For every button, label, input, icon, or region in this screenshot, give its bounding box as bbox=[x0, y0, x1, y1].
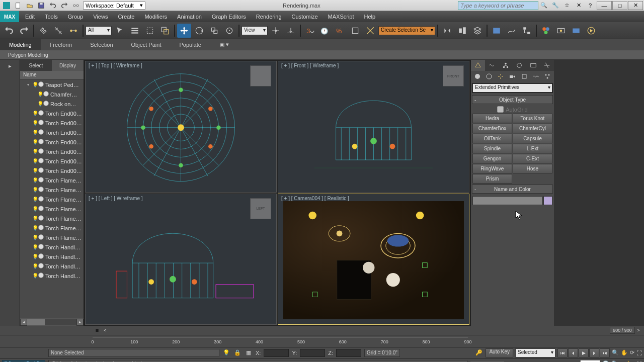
menu-group[interactable]: Group bbox=[63, 11, 89, 22]
curve-editor-button[interactable] bbox=[505, 24, 519, 38]
material-editor-button[interactable] bbox=[539, 24, 553, 38]
play-button[interactable]: ▶ bbox=[579, 348, 589, 357]
cmd-tab-display[interactable] bbox=[526, 60, 540, 71]
autokey-button[interactable]: Auto Key bbox=[486, 348, 513, 357]
viewcube[interactable]: FRONT bbox=[443, 65, 464, 86]
minimize-button[interactable]: — bbox=[597, 1, 612, 10]
selection-filter-dropdown[interactable]: All bbox=[86, 26, 112, 35]
viewport-left[interactable]: [ + ] [ Left ] [ Wireframe ] LEFT bbox=[85, 194, 277, 325]
primitive-capsule[interactable]: Capsule bbox=[513, 134, 552, 143]
percent-snap-button[interactable]: % bbox=[333, 24, 347, 38]
spinner-snap-button[interactable] bbox=[348, 24, 362, 38]
reference-coord-dropdown[interactable]: View bbox=[242, 26, 268, 35]
viewport-label[interactable]: [ + ] [ Front ] [ Wireframe ] bbox=[281, 63, 339, 68]
rollout-objecttype[interactable]: Object Type bbox=[472, 95, 553, 104]
viewport-label[interactable]: [ + ] [ Left ] [ Wireframe ] bbox=[89, 196, 143, 201]
scroll-track[interactable] bbox=[27, 319, 76, 325]
lock-icon[interactable]: 🔒 bbox=[233, 349, 242, 357]
menu-customize[interactable]: Customize bbox=[287, 11, 323, 22]
primitive-l-ext[interactable]: L-Ext bbox=[513, 144, 552, 153]
open-icon[interactable] bbox=[24, 1, 35, 10]
y-coord-input[interactable] bbox=[300, 349, 325, 357]
ribbon-tab-selection[interactable]: Selection bbox=[81, 39, 122, 50]
primitive-chamferbox[interactable]: ChamferBox bbox=[472, 124, 512, 133]
create-helpers-button[interactable] bbox=[519, 72, 529, 81]
scene-tab-display[interactable]: Display bbox=[52, 60, 84, 71]
nav-orbit-icon[interactable]: ⟳ bbox=[630, 349, 634, 356]
primitive-chamfercyl[interactable]: ChamferCyl bbox=[513, 124, 552, 133]
menu-edit[interactable]: Edit bbox=[20, 11, 40, 22]
new-icon[interactable] bbox=[13, 1, 24, 10]
ribbon-collapse-button[interactable]: ▣ ▾ bbox=[210, 39, 238, 50]
menu-views[interactable]: Views bbox=[88, 11, 113, 22]
select-by-name-button[interactable] bbox=[128, 24, 142, 38]
angle-snap-button[interactable]: 🕐 bbox=[318, 24, 332, 38]
primitive-hose[interactable]: Hose bbox=[513, 164, 552, 173]
select-rotate-button[interactable] bbox=[192, 24, 206, 38]
timeslider-button[interactable]: ≡ bbox=[93, 327, 102, 334]
layers-button[interactable] bbox=[470, 24, 485, 38]
primitive-spindle[interactable]: Spindle bbox=[472, 144, 512, 153]
menu-animation[interactable]: Animation bbox=[172, 11, 207, 22]
key-mode-icon[interactable]: 🔑 bbox=[474, 348, 484, 357]
autogrid-checkbox[interactable]: AutoGrid bbox=[471, 105, 554, 114]
z-coord-input[interactable] bbox=[336, 349, 361, 357]
select-scale-button[interactable] bbox=[207, 24, 221, 38]
viewport-label[interactable]: [ + ] [ Camera004 ] [ Realistic ] bbox=[281, 196, 349, 201]
scene-item[interactable]: 💡Torch End00… bbox=[20, 137, 84, 147]
select-region-rect-button[interactable] bbox=[143, 24, 157, 38]
keytype-icon[interactable]: 〰 bbox=[529, 359, 538, 363]
redo-button[interactable] bbox=[17, 24, 31, 38]
scene-item[interactable]: 💡Chamfer… bbox=[20, 89, 84, 99]
create-systems-button[interactable] bbox=[542, 72, 553, 81]
create-geometry-button[interactable] bbox=[472, 72, 482, 81]
scene-item[interactable]: 💡Torch End00… bbox=[20, 156, 84, 166]
prev-frame-button[interactable]: ⏴ bbox=[568, 348, 578, 357]
ribbon-tab-modeling[interactable]: Modeling bbox=[0, 39, 41, 50]
community-icon[interactable]: ✕ bbox=[573, 1, 584, 10]
link-icon[interactable] bbox=[70, 1, 82, 10]
schematic-view-button[interactable] bbox=[520, 24, 534, 38]
cmd-tab-motion[interactable] bbox=[513, 60, 527, 71]
create-lights-button[interactable] bbox=[496, 72, 506, 81]
scroll-thumb[interactable] bbox=[27, 319, 45, 325]
toggle-ribbon-button[interactable] bbox=[490, 24, 504, 38]
viewport-camera[interactable]: [ + ] [ Camera004 ] [ Realistic ] bbox=[278, 194, 469, 325]
scene-item[interactable]: 💡Torch Handl… bbox=[20, 252, 84, 261]
cmd-tab-utilities[interactable] bbox=[540, 60, 554, 71]
viewport-front[interactable]: [ + ] [ Front ] [ Wireframe ] FRONT bbox=[278, 61, 469, 193]
config-icon[interactable]: 🔧 bbox=[550, 1, 561, 10]
viewcube[interactable] bbox=[250, 65, 271, 86]
object-color-swatch[interactable] bbox=[543, 196, 552, 205]
scroll-left-button[interactable]: ◂ bbox=[20, 319, 27, 326]
bind-button[interactable] bbox=[66, 24, 80, 38]
maximize-button[interactable]: □ bbox=[612, 1, 627, 10]
nav-maximize-icon[interactable]: ⛶ bbox=[636, 350, 642, 356]
rendered-frame-button[interactable] bbox=[569, 24, 583, 38]
timeslider-thumb[interactable]: 900 / 900 bbox=[610, 327, 635, 334]
primitive-torus knot[interactable]: Torus Knot bbox=[513, 114, 552, 123]
keymode-dropdown[interactable]: Selected bbox=[515, 348, 555, 357]
scene-tab-select[interactable]: Select bbox=[20, 60, 52, 71]
primitive-ringwave[interactable]: RingWave bbox=[472, 164, 512, 173]
scene-item[interactable]: 💡Torch Handl… bbox=[20, 261, 84, 271]
align-button[interactable] bbox=[455, 24, 469, 38]
scene-item[interactable]: 💡Rock on… bbox=[20, 99, 84, 109]
scroll-right-button[interactable]: ▸ bbox=[76, 319, 84, 326]
scene-item[interactable]: 💡Torch Handl… bbox=[20, 271, 84, 281]
create-spacewarps-button[interactable] bbox=[530, 72, 541, 81]
scene-item[interactable]: 💡Torch End00… bbox=[20, 147, 84, 156]
named-selection-dropdown[interactable]: Create Selection Se bbox=[378, 26, 435, 35]
scene-item[interactable]: 💡Torch End00… bbox=[20, 109, 84, 118]
app-icon[interactable] bbox=[1, 1, 12, 10]
isolate-icon[interactable]: ▦ bbox=[245, 349, 253, 357]
scene-item[interactable]: 💡Torch Flame… bbox=[20, 223, 84, 233]
help-icon[interactable]: ? bbox=[585, 1, 596, 10]
menu-modifiers[interactable]: Modifiers bbox=[139, 11, 172, 22]
mirror-button[interactable] bbox=[440, 24, 454, 38]
lock-selection-icon[interactable]: 💡 bbox=[222, 349, 230, 357]
current-frame-input[interactable] bbox=[580, 360, 600, 363]
primitive-c-ext[interactable]: C-Ext bbox=[513, 154, 552, 163]
nav-zoom-icon[interactable]: 🔍 bbox=[612, 349, 619, 356]
select-object-button[interactable] bbox=[113, 24, 127, 38]
